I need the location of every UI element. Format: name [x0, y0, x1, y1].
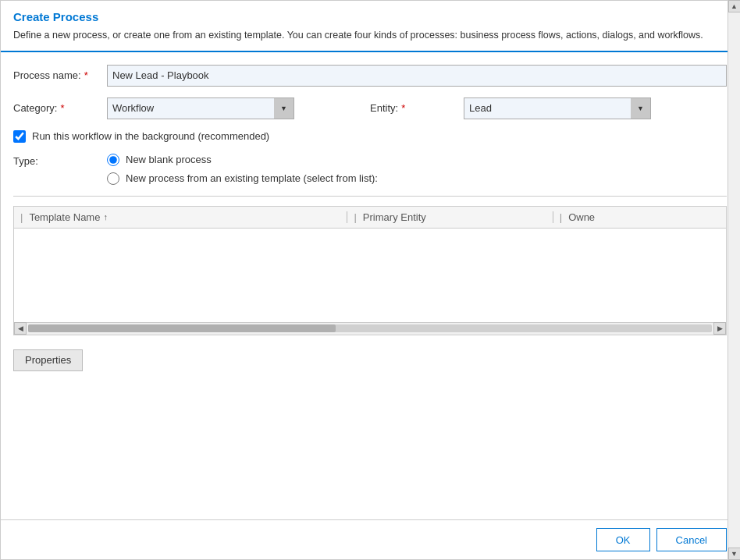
radio-option-blank[interactable]: New blank process — [107, 154, 378, 166]
col-sep-1: | — [20, 211, 23, 223]
horizontal-scrollbar: ◀ ▶ — [14, 322, 726, 335]
checkbox-row: Run this workflow in the background (rec… — [13, 130, 727, 143]
type-label: Type: — [13, 154, 107, 167]
scroll-left-btn[interactable]: ◀ — [14, 322, 27, 335]
sort-arrow[interactable]: ↑ — [103, 212, 108, 222]
category-col: Category: * Workflow Action Business Pro… — [13, 97, 370, 119]
scroll-right-btn[interactable]: ▶ — [713, 322, 726, 335]
process-name-label: Process name: * — [13, 69, 107, 81]
col-owner-label: Owne — [568, 211, 595, 223]
process-name-row: Process name: * — [13, 65, 727, 87]
radio-blank-label: New blank process — [126, 154, 212, 165]
scroll-up-btn[interactable]: ▲ — [728, 0, 741, 12]
section-divider — [13, 196, 727, 197]
process-name-input[interactable] — [107, 65, 727, 87]
category-required: * — [60, 102, 64, 114]
category-label: Category: * — [13, 102, 107, 114]
entity-col: Entity: * Lead Account Contact Opportuni… — [370, 97, 727, 119]
h-scroll-thumb — [28, 324, 336, 332]
category-select-wrapper: Workflow Action Business Process Flow Di… — [107, 97, 294, 119]
table-body-area: ▲ ▼ — [14, 229, 726, 322]
properties-button[interactable]: Properties — [13, 349, 83, 371]
ok-button[interactable]: OK — [596, 528, 650, 551]
h-scroll-track — [28, 324, 712, 332]
type-row: Type: New blank process New process from… — [13, 154, 727, 185]
scroll-down-btn[interactable]: ▼ — [728, 548, 741, 560]
category-select[interactable]: Workflow Action Business Process Flow Di… — [107, 97, 294, 119]
entity-select-wrapper: Lead Account Contact Opportunity — [464, 97, 651, 119]
cancel-button[interactable]: Cancel — [656, 528, 727, 551]
category-entity-row: Category: * Workflow Action Business Pro… — [13, 97, 727, 119]
properties-section: Properties — [13, 343, 727, 377]
col-entity-label: Primary Entity — [363, 211, 426, 223]
entity-select[interactable]: Lead Account Contact Opportunity — [464, 97, 651, 119]
col-sep-2: | — [354, 211, 356, 223]
template-table: | Template Name ↑ | Primary Entity | Own… — [13, 206, 727, 335]
radio-template-process[interactable] — [107, 172, 119, 185]
scroll-track-v — [728, 12, 741, 548]
table-header: | Template Name ↑ | Primary Entity | Own… — [14, 207, 726, 229]
process-name-required: * — [84, 69, 88, 81]
dialog-body: Process name: * Category: * Workflow Act… — [1, 52, 739, 519]
col-header-owner: | Owne — [553, 211, 726, 223]
dialog-description: Define a new process, or create one from… — [13, 28, 727, 43]
col-sep-3: | — [560, 211, 562, 223]
background-workflow-checkbox[interactable] — [13, 130, 26, 143]
entity-label: Entity: * — [370, 102, 464, 114]
entity-required: * — [401, 102, 405, 114]
dialog-container: Create Process Define a new process, or … — [0, 0, 740, 560]
checkbox-label: Run this workflow in the background (rec… — [32, 130, 269, 142]
radio-group: New blank process New process from an ex… — [107, 154, 378, 185]
dialog-header: Create Process Define a new process, or … — [1, 1, 739, 52]
dialog-footer: OK Cancel — [1, 519, 739, 559]
col-header-entity: | Primary Entity — [347, 211, 553, 223]
table-body — [14, 229, 726, 322]
col-header-template: | Template Name ↑ — [14, 211, 347, 223]
radio-template-label: New process from an existing template (s… — [126, 172, 378, 184]
radio-option-template[interactable]: New process from an existing template (s… — [107, 172, 378, 185]
radio-blank-process[interactable] — [107, 154, 119, 166]
col-template-label: Template Name — [29, 211, 100, 223]
vertical-scrollbar: ▲ ▼ — [728, 0, 740, 560]
dialog-title: Create Process — [13, 10, 727, 23]
